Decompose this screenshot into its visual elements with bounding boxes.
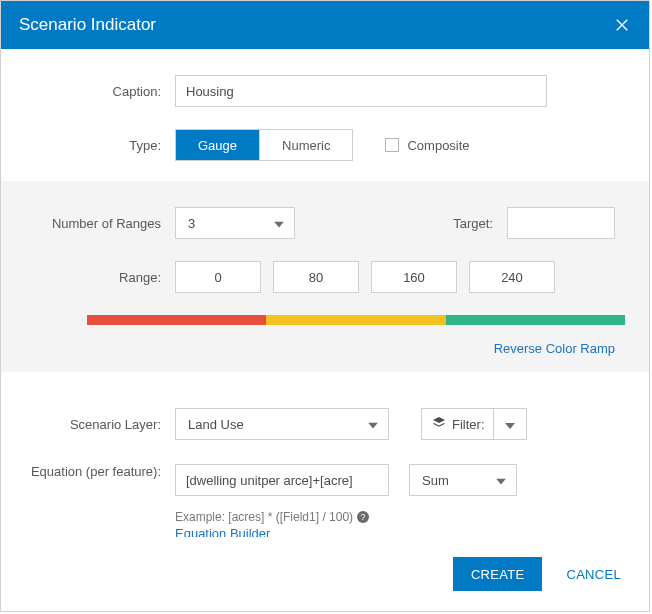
equation-example: Example: [acres] * ([Field1] / 100) ? <box>1 504 649 524</box>
range-input-1[interactable] <box>273 261 359 293</box>
ramp-color-1 <box>266 315 445 325</box>
num-ranges-select[interactable]: 3 <box>175 207 295 239</box>
filter-split-button: Filter: <box>421 408 527 440</box>
range-input-0[interactable] <box>175 261 261 293</box>
color-ramp <box>87 315 625 325</box>
ranges-panel: Number of Ranges 3 Target: Range: <box>1 181 649 372</box>
num-ranges-label: Number of Ranges <box>9 216 175 231</box>
target-input[interactable] <box>507 207 615 239</box>
aggregation-select[interactable]: Sum <box>409 464 517 496</box>
scenario-layer-value: Land Use <box>188 417 244 432</box>
filter-label-text: Filter: <box>452 417 485 432</box>
reverse-color-ramp-link[interactable]: Reverse Color Ramp <box>1 325 649 356</box>
aggregation-value: Sum <box>422 473 449 488</box>
type-toggle: Gauge Numeric <box>175 129 353 161</box>
scenario-layer-select[interactable]: Land Use <box>175 408 389 440</box>
range-input-3[interactable] <box>469 261 555 293</box>
close-icon[interactable] <box>615 17 631 33</box>
chevron-down-icon <box>496 473 506 488</box>
create-button[interactable]: CREATE <box>453 557 543 591</box>
type-numeric-button[interactable]: Numeric <box>259 130 352 160</box>
filter-button[interactable]: Filter: <box>421 408 493 440</box>
equation-input[interactable] <box>175 464 389 496</box>
help-icon[interactable]: ? <box>357 511 369 523</box>
num-ranges-value: 3 <box>188 216 195 231</box>
ramp-color-2 <box>446 315 625 325</box>
chevron-down-icon <box>505 417 515 432</box>
composite-label: Composite <box>407 138 469 153</box>
ramp-color-0 <box>87 315 266 325</box>
cancel-button[interactable]: CANCEL <box>566 567 621 582</box>
chevron-down-icon <box>274 216 284 231</box>
range-input-2[interactable] <box>371 261 457 293</box>
target-label: Target: <box>453 216 507 231</box>
equation-label: Equation (per feature): <box>25 464 175 481</box>
chevron-down-icon <box>368 417 378 432</box>
example-text: Example: [acres] * ([Field1] / 100) <box>175 510 353 524</box>
range-label: Range: <box>9 270 175 285</box>
checkbox-box-icon <box>385 138 399 152</box>
type-gauge-button[interactable]: Gauge <box>176 130 259 160</box>
composite-checkbox[interactable]: Composite <box>385 138 469 153</box>
scenario-indicator-dialog: Scenario Indicator Caption: Type: Gauge … <box>0 0 650 612</box>
dialog-title: Scenario Indicator <box>19 15 156 35</box>
titlebar: Scenario Indicator <box>1 1 649 49</box>
layers-icon <box>432 416 446 433</box>
caption-input[interactable] <box>175 75 547 107</box>
scenario-layer-label: Scenario Layer: <box>25 417 175 432</box>
dialog-body: Caption: Type: Gauge Numeric Composite N… <box>1 49 649 537</box>
caption-label: Caption: <box>25 84 175 99</box>
dialog-footer: CREATE CANCEL <box>1 537 649 611</box>
filter-dropdown-button[interactable] <box>493 408 527 440</box>
equation-builder-link[interactable]: Equation Builder <box>1 524 649 537</box>
type-label: Type: <box>25 138 175 153</box>
